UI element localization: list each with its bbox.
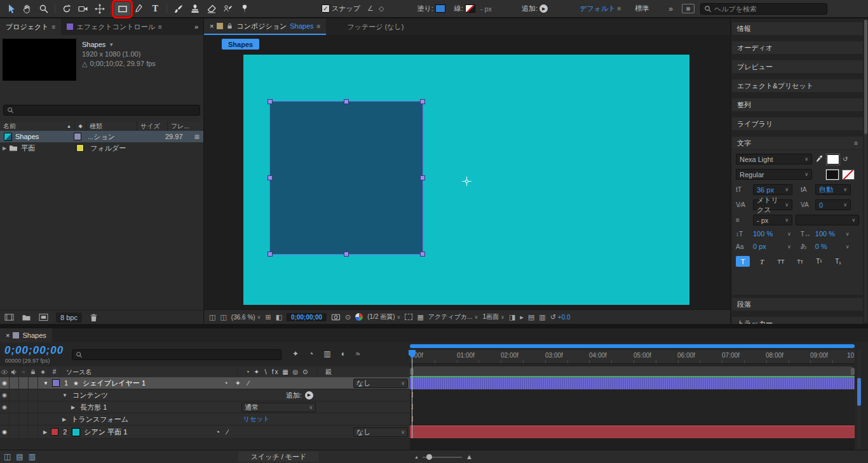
twirl-icon[interactable]: ▶ (71, 405, 75, 410)
lock-switch[interactable] (29, 377, 38, 389)
column-label-color[interactable]: ◆ (75, 121, 86, 131)
eraser-tool[interactable] (203, 2, 219, 16)
add-shape-icon[interactable]: ▶ (539, 4, 548, 13)
type-tool[interactable]: T (147, 2, 163, 16)
rotation-tool[interactable] (58, 2, 74, 16)
zoom-in-mountain-icon[interactable]: ▲ (466, 453, 473, 460)
view-layout-dropdown[interactable]: 1画面 ∨ (482, 312, 504, 321)
timeline-scrollbar[interactable] (857, 350, 861, 450)
toggle-inout-pane-icon[interactable]: ▥ (29, 452, 36, 461)
column-size[interactable]: サイズ (137, 121, 168, 131)
workspace-overflow-icon[interactable]: » (668, 4, 673, 13)
all-caps-button[interactable]: TT (774, 256, 788, 267)
tsume-value[interactable]: 0 % (815, 243, 841, 250)
panel-align[interactable]: 整列 (732, 98, 863, 111)
flowchart-button-icon[interactable]: ▥ (539, 313, 545, 321)
toggle-switches-pane-icon[interactable]: ◫ (4, 452, 11, 461)
show-channels-icon[interactable] (355, 313, 363, 321)
small-caps-button[interactable]: Tᴛ (793, 256, 807, 267)
project-row-folder[interactable]: ▶ 平面 フォルダー (0, 142, 203, 154)
selection-handle[interactable] (268, 99, 273, 104)
panel-preview[interactable]: プレビュー (732, 60, 863, 73)
panel-libraries[interactable]: ライブラリ (732, 117, 863, 130)
work-area-bar[interactable] (410, 366, 855, 377)
tab-overflow[interactable]: » (189, 18, 203, 35)
audio-switch[interactable] (10, 426, 19, 438)
close-tab-icon[interactable]: × (210, 22, 214, 30)
layer-label-chip[interactable] (51, 428, 58, 436)
panel-effects-presets[interactable]: エフェクト&プリセット (732, 79, 863, 92)
selection-handle[interactable] (268, 175, 273, 180)
workspace-bar-icon[interactable]: ▦ (682, 4, 695, 13)
panel-character[interactable]: 文字 ≡ (732, 137, 863, 149)
zoom-tool[interactable] (36, 2, 51, 16)
solo-switch[interactable] (19, 426, 29, 438)
pan-behind-tool[interactable] (92, 2, 107, 16)
time-navigator-bar[interactable] (410, 344, 855, 348)
bit-depth-button[interactable]: 8 bpc (56, 312, 82, 323)
audio-switch[interactable] (10, 389, 19, 401)
project-search[interactable] (3, 105, 200, 116)
label-color-chip[interactable] (74, 133, 81, 140)
composition-nav-button[interactable]: Shapes (222, 39, 259, 50)
add-property-icon[interactable]: ▶ (305, 391, 313, 399)
stroke-color-swatch[interactable] (826, 170, 839, 180)
superscript-button[interactable]: T¹ (812, 256, 826, 267)
solo-switch[interactable] (19, 401, 29, 413)
selection-handle[interactable] (344, 99, 349, 104)
solo-switch[interactable] (19, 377, 29, 389)
workspace-mode[interactable]: 標準 (635, 4, 649, 13)
no-color-swatch[interactable] (842, 170, 855, 180)
property-row-transform[interactable]: ▶ トランスフォーム リセット (0, 413, 410, 426)
faux-italic-button[interactable]: T (755, 256, 769, 267)
clone-stamp-tool[interactable] (187, 2, 203, 16)
stroke-width-dropdown[interactable]: - px ∨ (753, 215, 792, 225)
blend-mode-dropdown[interactable]: 通常 ∨ (241, 403, 316, 412)
help-search-input[interactable] (714, 5, 810, 13)
twirl-icon[interactable]: ▶ (62, 417, 66, 422)
camera-tool[interactable] (75, 2, 91, 16)
snapshot-camera-icon[interactable] (331, 313, 341, 321)
stroke-options-icon[interactable]: ≡ (736, 217, 750, 224)
twirl-icon[interactable]: ▼ (62, 393, 67, 398)
solo-switch[interactable] (19, 413, 29, 425)
selection-handle[interactable] (344, 252, 349, 257)
font-family-dropdown[interactable]: Nexa Light ∨ (736, 154, 812, 164)
zoom-out-mountain-icon[interactable]: ▲ (414, 455, 419, 459)
property-row-rectangle[interactable]: ◉ ▶ 長方形 1 通常 ∨ (0, 401, 410, 413)
pen-tool[interactable] (131, 2, 147, 16)
project-search-input[interactable] (17, 107, 112, 114)
lock-switch[interactable] (29, 401, 38, 413)
comp-name[interactable]: Shapes (82, 40, 105, 50)
interpret-footage-icon[interactable] (4, 313, 14, 321)
roto-brush-tool[interactable] (220, 2, 236, 16)
new-composition-icon[interactable] (39, 313, 48, 321)
reset-exposure-icon[interactable]: ↺ (550, 313, 556, 321)
selection-handle[interactable] (420, 252, 425, 257)
workspace-menu-icon[interactable]: ≡ (617, 5, 621, 12)
panel-menu-icon[interactable]: ≡ (854, 140, 858, 147)
rectangle-tool[interactable] (114, 2, 130, 16)
layer-label-chip[interactable] (52, 379, 60, 387)
tab-composition[interactable]: × コンポジション Shapes ≡ (204, 18, 326, 35)
workspace-selector[interactable]: デフォルト (580, 4, 615, 13)
tab-project[interactable]: プロジェクト ≡ (0, 18, 61, 35)
delete-trash-icon[interactable] (90, 313, 98, 322)
comp-thumbnail[interactable] (3, 39, 76, 81)
layer-bar-shape[interactable] (410, 377, 855, 389)
close-tab-icon[interactable]: × (6, 332, 10, 339)
comp-name-dropdown-icon[interactable]: ▼ (109, 40, 114, 50)
reset-link[interactable]: リセット (243, 415, 269, 424)
property-group-name[interactable]: トランスフォーム (71, 415, 128, 424)
property-group-name[interactable]: コンテンツ (72, 391, 108, 400)
layer-row-shape[interactable]: ◉ ▼ 1 ★ シェイプレイヤー 1 ◔ ✦ ∕ なし ∨ (0, 377, 410, 389)
camera-dropdown[interactable]: アクティブカ... ∨ (428, 312, 478, 321)
fast-previews-icon[interactable]: ▸ (520, 313, 524, 321)
exposure-value[interactable]: +0.0 (558, 314, 571, 321)
snap-angle-icon[interactable]: ∠ (367, 4, 374, 13)
layer-row-solid[interactable]: ◉ ▶ 2 シアン 平面 1 ◔ ∕ なし ∨ (0, 426, 410, 439)
timeline-zoom-slider[interactable] (423, 457, 462, 458)
shape-group-name[interactable]: 長方形 1 (80, 403, 107, 412)
selection-handle[interactable] (268, 252, 273, 257)
layer-name[interactable]: シェイプレイヤー 1 (83, 379, 224, 388)
